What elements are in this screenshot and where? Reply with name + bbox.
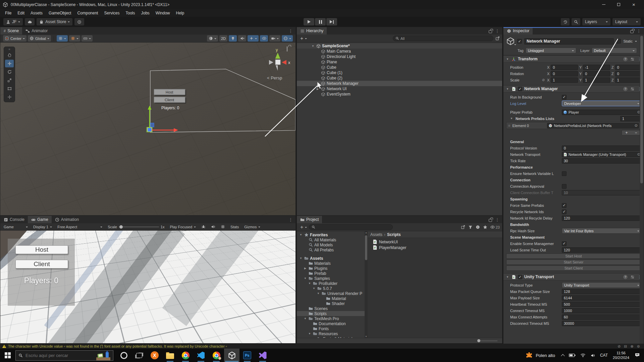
console-warning-text[interactable]: The character with Unicode value ▫ was n… — [8, 344, 227, 348]
scene-viewport[interactable]: ≡ Host — [0, 43, 296, 215]
gizmo-center[interactable] — [148, 128, 151, 131]
component-enabled-checkbox[interactable] — [518, 87, 522, 91]
object-picker-icon[interactable]: ⊙ — [635, 123, 638, 128]
project-tree-item-all-prefabs[interactable]: All Prefabs — [297, 247, 365, 252]
rotation-y-input[interactable]: 0 — [583, 71, 610, 76]
2d-toggle[interactable]: 2D — [219, 35, 227, 42]
display-target-dropdown[interactable]: Game — [1, 223, 31, 230]
taskbar-visual-studio[interactable] — [255, 349, 270, 362]
rotation-z-input[interactable]: 0 — [615, 71, 642, 76]
focus-dropdown[interactable]: Play Focused — [167, 223, 199, 230]
tab-animation[interactable]: Animation — [52, 216, 82, 223]
maximize-button[interactable] — [611, 0, 626, 9]
tick-rate-input[interactable]: 30 — [562, 158, 642, 164]
breadcrumb-root[interactable]: Assets — [370, 232, 382, 237]
vsync-button[interactable] — [218, 223, 228, 230]
taskbar-chrome-profile[interactable] — [209, 349, 224, 362]
project-search-input[interactable] — [309, 224, 393, 230]
hierarchy-item-network-manager[interactable]: Network Manager — [297, 81, 502, 86]
transform-tool[interactable] — [5, 93, 14, 101]
taskbar-explorer[interactable] — [162, 349, 178, 362]
hierarchy-item-plane[interactable]: Plane — [297, 59, 502, 65]
scale-x-input[interactable]: 1 — [551, 77, 578, 83]
scene-menu-icon[interactable]: ⋮ — [288, 28, 293, 34]
constrain-proportions-icon[interactable]: ⊘ — [541, 78, 546, 82]
remove-element-button[interactable]: − — [631, 130, 641, 135]
taskbar-search[interactable] — [15, 350, 113, 361]
tab-hierarchy[interactable]: Hierarchy — [297, 27, 327, 35]
project-tree-item-all-models[interactable]: All Models — [297, 242, 365, 247]
project-tree-item-5-0-7[interactable]: ▼5.0.7 — [297, 286, 365, 291]
start-host-button[interactable]: Start Host — [506, 253, 641, 259]
foldout-icon[interactable]: ▼ — [505, 58, 509, 61]
start-server-button[interactable]: Start Server — [506, 259, 641, 265]
add-element-button[interactable]: + — [622, 130, 631, 135]
foldout-icon[interactable]: ▼ — [505, 276, 509, 279]
menu-tools[interactable]: Tools — [122, 11, 138, 15]
account-button[interactable]: JF — [3, 18, 23, 25]
project-tree-item-material[interactable]: Material — [297, 296, 365, 301]
lock-icon[interactable] — [630, 30, 634, 33]
project-tree-item-universal-render-p[interactable]: ▼Universal Render P — [297, 291, 365, 296]
game-viewport[interactable]: Host Client Players: 0 — [0, 231, 296, 343]
asset-networkui[interactable]: NetworkUI — [368, 239, 502, 245]
scene-visibility-toggle[interactable] — [260, 35, 268, 42]
lock-icon[interactable] — [287, 47, 287, 51]
protocol-version-input[interactable]: 0 — [562, 145, 642, 151]
menu-assets[interactable]: Assets — [28, 11, 46, 15]
layout-dropdown[interactable]: Layout — [612, 18, 641, 25]
cloud-button[interactable] — [25, 18, 35, 25]
project-tree-item-probuilder[interactable]: ▼ProBuilder — [297, 281, 365, 286]
taskbar-vscode[interactable] — [193, 349, 209, 362]
position-y-input[interactable]: -1 — [583, 65, 610, 70]
layers-dropdown[interactable]: Layers — [582, 18, 610, 25]
component-enabled-checkbox[interactable] — [518, 275, 522, 279]
tab-project[interactable]: Project — [297, 216, 322, 223]
network-manager-component-header[interactable]: ▼ Network Manager ? ⋮ — [503, 85, 644, 93]
client-button[interactable]: Client — [15, 260, 68, 268]
tab-inspector[interactable]: Inspector — [503, 27, 533, 35]
package-manager-icon[interactable]: ⊟ — [624, 344, 627, 349]
load-scene-time-out-input[interactable]: 120 — [562, 247, 642, 253]
hidden-icons-button[interactable] — [559, 354, 567, 357]
menu-help[interactable]: Help — [173, 11, 187, 15]
hierarchy-item-eventsystem[interactable]: EventSystem — [297, 92, 502, 97]
hierarchy-item-cube-1[interactable]: Cube (1) — [297, 70, 502, 75]
project-tree-item-resources[interactable]: ▼Resources — [297, 331, 365, 336]
scale-slider[interactable]: Scale 1x — [105, 223, 167, 230]
popout-icon[interactable] — [461, 225, 465, 229]
foldout-icon[interactable]: ▼ — [311, 45, 315, 48]
hierarchy-item-samplescene[interactable]: ▼SampleScene* — [297, 43, 502, 49]
taskbar-chrome[interactable] — [178, 349, 193, 362]
foldout-icon[interactable]: ▼ — [299, 233, 303, 236]
hierarchy-item-cube[interactable]: Cube — [297, 65, 502, 70]
auto-refresh-icon[interactable]: ⊚ — [637, 344, 640, 349]
log-level-dropdown[interactable]: Developer — [562, 101, 642, 106]
filter-icon[interactable] — [468, 225, 473, 229]
aspect-dropdown[interactable]: Free Aspect — [55, 223, 105, 230]
position-z-input[interactable]: 0 — [615, 65, 642, 70]
foldout-icon[interactable]: ▼ — [312, 287, 316, 290]
network-id-recycle-delay-input[interactable]: 120 — [562, 216, 642, 221]
scale-y-input[interactable]: 1 — [583, 77, 610, 83]
start-button[interactable] — [0, 349, 15, 362]
cloud-off-icon[interactable]: ⊗ — [631, 344, 634, 349]
project-menu-icon[interactable]: ⋮ — [495, 217, 499, 222]
active-checkbox[interactable] — [517, 39, 522, 44]
foldout-icon[interactable]: ▼ — [510, 117, 514, 120]
search-button[interactable] — [572, 18, 580, 25]
taskbar-task-view[interactable] — [131, 349, 147, 362]
force-same-prefabs-checkbox[interactable] — [562, 203, 567, 208]
tab-game[interactable]: Game — [28, 216, 52, 223]
wifi-icon[interactable] — [578, 353, 588, 357]
rotate-tool[interactable] — [5, 68, 14, 76]
max-packet-queue-size-input[interactable]: 128 — [562, 289, 642, 294]
preset-icon[interactable] — [630, 57, 635, 61]
gizmos-dropdown[interactable] — [282, 35, 293, 42]
menu-component[interactable]: Component — [74, 11, 101, 15]
project-tree-item-materials[interactable]: Materials — [297, 261, 365, 266]
game-gizmos-dropdown[interactable]: Gizmos — [241, 223, 263, 230]
inspector-menu-icon[interactable]: ⋮ — [637, 28, 641, 34]
icon-size-slider[interactable] — [477, 341, 497, 341]
run-in-background-checkbox[interactable] — [562, 95, 567, 100]
